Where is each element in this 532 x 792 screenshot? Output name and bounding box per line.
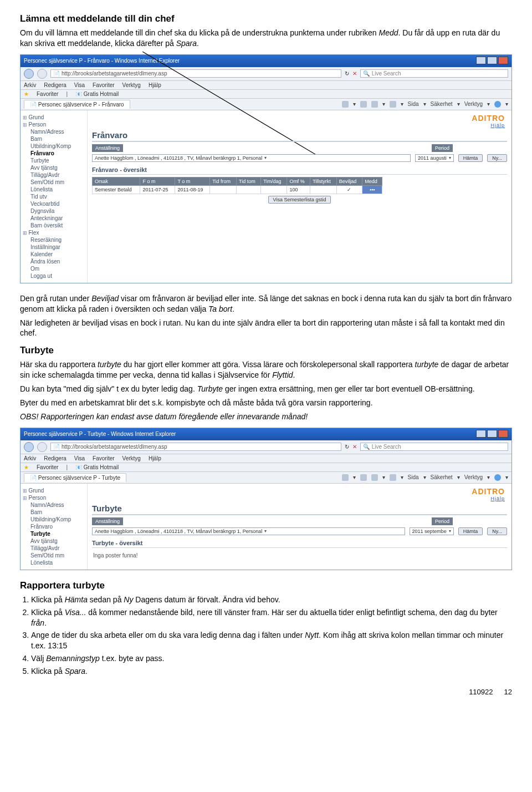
menu-favoriter[interactable]: Favoriter	[93, 82, 114, 88]
print-icon[interactable]	[390, 474, 396, 481]
favorites-label[interactable]: Favoriter	[37, 464, 58, 470]
menu-redigera[interactable]: Redigera	[44, 455, 66, 461]
sidebar-item-franvaro[interactable]: Frånvaro	[23, 523, 85, 530]
sidebar-item-lonelista[interactable]: Lönelista	[23, 186, 85, 193]
feed-icon[interactable]	[360, 101, 367, 108]
table-row[interactable]: Semester Betald 2011-07-25 2011-08-19 10…	[93, 185, 382, 194]
menu-visa[interactable]: Visa	[74, 82, 85, 88]
stop-icon[interactable]: ✕	[352, 70, 357, 77]
search-input[interactable]: 🔍Live Search	[360, 443, 508, 451]
home-icon[interactable]	[342, 101, 349, 108]
search-icon: 🔍	[363, 70, 370, 77]
feed-icon[interactable]	[360, 474, 367, 481]
anstallning-dropdown[interactable]: Anette Haggblom , Löneadmi , 4101218 , T…	[92, 527, 405, 535]
sidebar-item-franvaro[interactable]: Frånvaro	[23, 150, 85, 157]
menu-hjalp[interactable]: Hjälp	[149, 455, 161, 461]
sidebar-grund[interactable]: Grund	[23, 114, 85, 121]
sidebar-item-barn[interactable]: Barn	[23, 509, 85, 516]
sidebar-item-turbyte[interactable]: Turbyte	[23, 157, 85, 164]
sidebar-item-andralosen[interactable]: Ändra lösen	[23, 258, 85, 265]
menu-verktyg[interactable]: Verktyg	[122, 82, 141, 88]
nav-fwd-icon[interactable]	[37, 69, 47, 79]
sidebar-item-kalender[interactable]: Kalender	[23, 251, 85, 258]
menu-arkiv[interactable]: Arkiv	[24, 82, 36, 88]
fav-item-hotmail[interactable]: 📧 Gratis Hotmail	[75, 464, 119, 470]
sidebar-item-tillagg[interactable]: Tillägg/Avdr	[23, 171, 85, 179]
tools-sakerhet[interactable]: Säkerhet	[431, 101, 453, 107]
sidebar-item-turbyte[interactable]: Turbyte	[23, 530, 85, 537]
menu-arkiv[interactable]: Arkiv	[24, 455, 36, 461]
tab-page[interactable]: 📄 Personec självservice P - Frånvaro	[24, 100, 130, 109]
sidebar-item-loggaut[interactable]: Logga ut	[23, 272, 85, 280]
url-input[interactable]: 📄http://brooks/arbetstagarwetest/dlmeny.…	[50, 443, 341, 451]
window-titlebar: Personec självservice P - Frånvaro - Win…	[21, 55, 511, 67]
heading-rapportera: Rapportera turbyte	[20, 580, 512, 591]
sidebar-grund[interactable]: Grund	[23, 487, 85, 494]
menu-redigera[interactable]: Redigera	[44, 82, 66, 88]
sidebar-item-barn[interactable]: Barn	[23, 135, 85, 143]
ny-button[interactable]: Ny...	[487, 527, 507, 535]
tab-page[interactable]: 📄 Personec självservice P - Turbyte	[24, 473, 126, 482]
sidebar-item-avvtjanstg[interactable]: Avv tjänstg	[23, 537, 85, 545]
help-link[interactable]: Hjälp	[94, 123, 505, 128]
hamta-button[interactable]: Hämta	[458, 154, 483, 162]
stop-icon[interactable]: ✕	[352, 444, 357, 450]
hamta-button[interactable]: Hämta	[458, 527, 483, 535]
tools-sida[interactable]: Sida	[408, 101, 419, 107]
sidebar-item-namnaddress[interactable]: Namn/Adress	[23, 501, 85, 509]
menu-verktyg[interactable]: Verktyg	[122, 455, 141, 461]
nav-back-icon[interactable]	[24, 442, 34, 452]
tools-sida[interactable]: Sida	[408, 474, 419, 480]
sidebar-item-reserakning[interactable]: Reseräkning	[23, 236, 85, 243]
home-icon[interactable]	[342, 474, 349, 481]
url-input[interactable]: 📄http://brooks/arbetstagarwetest/dlmeny.…	[50, 69, 341, 78]
star-icon[interactable]: ★	[24, 91, 29, 97]
medd-link[interactable]: ▪▪▪	[362, 185, 382, 194]
sidebar-item-tidutv[interactable]: Tid utv	[23, 193, 85, 200]
sidebar-item-semotid[interactable]: Sem/Otid mm	[23, 552, 85, 559]
menu-hjalp[interactable]: Hjälp	[149, 82, 161, 88]
sidebar-item-avvtjanstg[interactable]: Avv tjänstg	[23, 164, 85, 171]
anstallning-dropdown[interactable]: Anette Haggblom , Löneadmi , 4101218 , T…	[92, 154, 411, 162]
fav-item-hotmail[interactable]: 📧 Gratis Hotmail	[75, 91, 119, 97]
mail-icon[interactable]	[371, 101, 378, 108]
sidebar-person[interactable]: Person	[23, 121, 85, 128]
period-dropdown[interactable]: 2011 augusti	[415, 154, 454, 162]
menu-favoriter[interactable]: Favoriter	[93, 455, 114, 461]
print-icon[interactable]	[390, 101, 396, 108]
sidebar-item-anteck[interactable]: Anteckningar	[23, 215, 85, 222]
period-dropdown[interactable]: 2011 septembe	[410, 527, 454, 535]
help-link[interactable]: Hjälp	[94, 496, 505, 501]
star-icon[interactable]: ★	[24, 464, 29, 470]
sidebar-item-utbildning[interactable]: Utbildning/Komp	[23, 516, 85, 523]
help-icon[interactable]	[494, 101, 501, 108]
window-buttons[interactable]	[475, 430, 508, 439]
sidebar-item-dygnsvila[interactable]: Dygnsvila	[23, 207, 85, 215]
sidebar-item-namnaddress[interactable]: Namn/Adress	[23, 128, 85, 135]
ny-button[interactable]: Ny...	[487, 154, 507, 162]
help-icon[interactable]	[494, 474, 501, 481]
sidebar-item-lonelista[interactable]: Lönelista	[23, 559, 85, 566]
tools-verktyg[interactable]: Verktyg	[464, 101, 483, 107]
nav-back-icon[interactable]	[24, 69, 34, 79]
menu-visa[interactable]: Visa	[74, 455, 85, 461]
search-input[interactable]: 🔍Live Search	[360, 69, 508, 78]
visa-semesterlista-button[interactable]: Visa Semesterlista gstid	[268, 196, 331, 204]
sidebar-person[interactable]: Person	[23, 494, 85, 501]
tools-sakerhet[interactable]: Säkerhet	[431, 474, 453, 480]
mail-icon[interactable]	[371, 474, 378, 481]
sidebar-item-semotid[interactable]: Sem/Otid mm	[23, 179, 85, 186]
sidebar-item-installningar[interactable]: Inställningar	[23, 243, 85, 251]
refresh-icon[interactable]: ↻	[345, 70, 349, 77]
tools-verktyg[interactable]: Verktyg	[464, 474, 483, 480]
nav-fwd-icon[interactable]	[37, 442, 47, 452]
sidebar-item-om[interactable]: Om	[23, 265, 85, 272]
window-buttons[interactable]	[475, 57, 508, 65]
sidebar-item-veckoarbtid[interactable]: Veckoarbtid	[23, 200, 85, 207]
sidebar-flex[interactable]: Flex	[23, 229, 85, 236]
sidebar-item-barnoversikt[interactable]: Barn översikt	[23, 222, 85, 229]
sidebar-item-tillagg[interactable]: Tillägg/Avdr	[23, 545, 85, 552]
sidebar-item-utbildning[interactable]: Utbildning/Komp	[23, 143, 85, 150]
refresh-icon[interactable]: ↻	[345, 444, 349, 450]
favorites-label[interactable]: Favoriter	[37, 91, 58, 97]
